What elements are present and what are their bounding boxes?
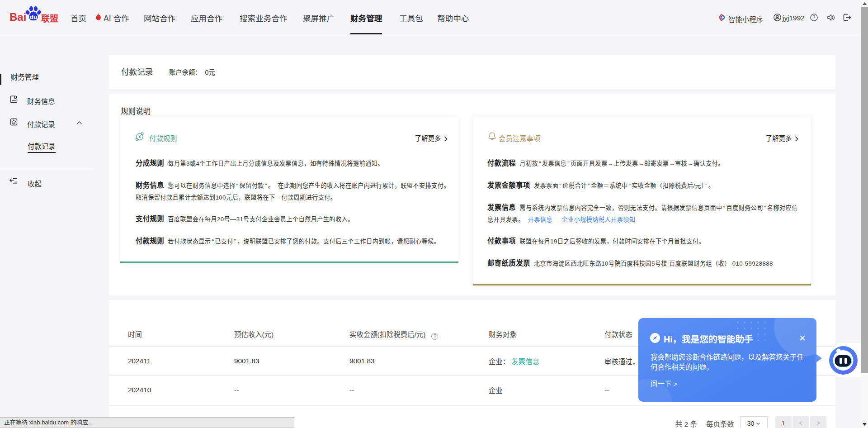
svg-text:du: du <box>30 14 38 20</box>
svg-text:?: ? <box>813 15 816 20</box>
